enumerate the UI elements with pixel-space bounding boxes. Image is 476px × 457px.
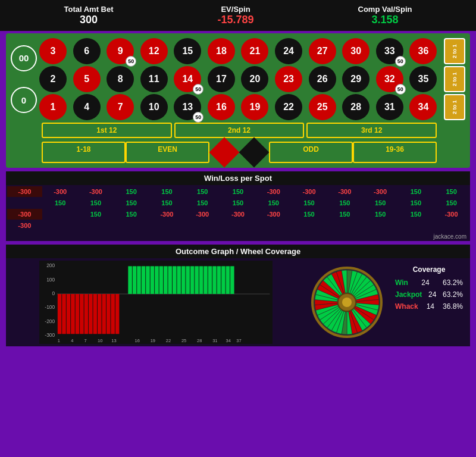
number-4[interactable]: 4 bbox=[73, 94, 101, 120]
number-23[interactable]: 23 bbox=[275, 66, 302, 92]
number-11[interactable]: 11 bbox=[140, 66, 168, 92]
payouts-column: 2 to 1 2 to 1 2 to 1 bbox=[444, 38, 465, 120]
svg-point-62 bbox=[342, 298, 352, 307]
number-13[interactable]: 1350 bbox=[174, 94, 201, 120]
svg-rect-27 bbox=[151, 266, 155, 294]
number-21[interactable]: 21 bbox=[241, 38, 268, 64]
odd-bet[interactable]: ODD bbox=[269, 142, 353, 163]
red-diamond[interactable] bbox=[209, 137, 240, 168]
roulette-table: 00 0 36950121518212427303350362581114501… bbox=[6, 33, 470, 168]
number-35[interactable]: 35 bbox=[409, 66, 437, 92]
chip-14: 50 bbox=[193, 84, 203, 95]
wl-cell-r1-c2: 150 bbox=[79, 198, 114, 208]
wl-cell-r2-c2: 150 bbox=[79, 209, 114, 220]
jackpot-pct: 63.2% bbox=[443, 290, 463, 299]
wl-cell-r1-c5: 150 bbox=[185, 198, 220, 208]
number-6[interactable]: 6 bbox=[73, 38, 101, 64]
payout-bot: 2 to 1 bbox=[444, 94, 465, 120]
low-bet[interactable]: 1-18 bbox=[42, 142, 126, 163]
svg-text:1: 1 bbox=[58, 338, 60, 343]
svg-rect-37 bbox=[195, 266, 199, 294]
number-17[interactable]: 17 bbox=[208, 66, 235, 92]
wl-cell-r0-c0: -300 bbox=[7, 186, 42, 197]
svg-rect-17 bbox=[98, 294, 102, 334]
whack-label: Whack bbox=[395, 302, 418, 311]
number-36[interactable]: 36 bbox=[409, 38, 437, 64]
number-7[interactable]: 7 bbox=[107, 94, 134, 120]
svg-rect-30 bbox=[164, 266, 168, 294]
number-27[interactable]: 27 bbox=[309, 38, 336, 64]
number-3[interactable]: 3 bbox=[39, 38, 67, 64]
wl-cell-r1-c4: 150 bbox=[149, 198, 184, 208]
number-25[interactable]: 25 bbox=[309, 94, 336, 120]
number-32[interactable]: 3250 bbox=[376, 66, 403, 92]
svg-rect-40 bbox=[208, 266, 212, 294]
number-33[interactable]: 3350 bbox=[376, 38, 403, 64]
svg-text:7: 7 bbox=[84, 338, 87, 343]
number-18[interactable]: 18 bbox=[208, 38, 235, 64]
svg-rect-12 bbox=[76, 294, 80, 334]
svg-rect-36 bbox=[190, 266, 195, 294]
high-bet[interactable]: 19-36 bbox=[353, 142, 437, 163]
number-24[interactable]: 24 bbox=[275, 38, 302, 64]
number-30[interactable]: 30 bbox=[342, 38, 369, 64]
dozen-bets-row: 1st 12 2nd 12 3rd 12 bbox=[11, 123, 465, 138]
wl-cell-r0-c12: 150 bbox=[434, 186, 469, 197]
number-1[interactable]: 1 bbox=[39, 94, 67, 120]
number-10[interactable]: 10 bbox=[140, 94, 168, 120]
svg-rect-42 bbox=[217, 266, 221, 294]
header-bar: Total Amt Bet 300 EV/Spin -15.789 Comp V… bbox=[0, 0, 476, 31]
first-dozen[interactable]: 1st 12 bbox=[42, 123, 172, 138]
win-loss-title: Win/Loss per Spot bbox=[6, 171, 470, 185]
number-29[interactable]: 29 bbox=[342, 66, 369, 92]
svg-rect-44 bbox=[226, 266, 230, 294]
number-9[interactable]: 950 bbox=[107, 38, 134, 64]
svg-rect-13 bbox=[80, 294, 84, 334]
wl-cell-r2-c8: 150 bbox=[292, 209, 327, 220]
third-dozen[interactable]: 3rd 12 bbox=[306, 123, 437, 138]
double-zero[interactable]: 00 bbox=[11, 45, 37, 71]
zero-column: 00 0 bbox=[11, 38, 37, 120]
number-14[interactable]: 1450 bbox=[174, 66, 201, 92]
number-5[interactable]: 5 bbox=[73, 66, 101, 92]
outcome-title: Outcome Graph / Wheel Coverage bbox=[6, 245, 470, 258]
svg-text:28: 28 bbox=[197, 338, 202, 343]
wl-cell-r0-c4: 150 bbox=[149, 186, 184, 197]
even-bet[interactable]: EVEN bbox=[126, 142, 209, 163]
wl-cell-r2-c10: 150 bbox=[363, 209, 398, 220]
svg-text:31: 31 bbox=[212, 338, 217, 343]
number-20[interactable]: 20 bbox=[241, 66, 268, 92]
svg-rect-34 bbox=[181, 266, 186, 294]
number-15[interactable]: 15 bbox=[174, 38, 201, 64]
number-22[interactable]: 22 bbox=[275, 94, 302, 120]
svg-rect-16 bbox=[93, 294, 98, 334]
win-row: Win 24 63.2% bbox=[395, 278, 463, 287]
number-19[interactable]: 19 bbox=[241, 94, 268, 120]
svg-text:0: 0 bbox=[52, 290, 55, 296]
graph-area: 200 100 0 -100 -200 -300 bbox=[8, 261, 303, 344]
number-12[interactable]: 12 bbox=[140, 38, 168, 64]
payout-mid: 2 to 1 bbox=[444, 66, 465, 92]
number-31[interactable]: 31 bbox=[376, 94, 403, 120]
outcome-section: Outcome Graph / Wheel Coverage 200 100 0… bbox=[6, 245, 470, 346]
number-26[interactable]: 26 bbox=[309, 66, 336, 92]
payout-top: 2 to 1 bbox=[444, 38, 465, 64]
number-34[interactable]: 34 bbox=[409, 94, 437, 120]
wl-cell-r2-c13: -300 bbox=[7, 220, 42, 231]
number-8[interactable]: 8 bbox=[107, 66, 134, 92]
zero[interactable]: 0 bbox=[11, 87, 37, 113]
wl-cell-r0-c3: 150 bbox=[114, 186, 149, 197]
number-16[interactable]: 16 bbox=[208, 94, 235, 120]
number-28[interactable]: 28 bbox=[342, 94, 369, 120]
win-pct: 63.2% bbox=[443, 278, 463, 287]
black-diamond[interactable] bbox=[239, 137, 270, 168]
svg-rect-28 bbox=[155, 266, 159, 294]
wl-cell-r2-c11: 150 bbox=[398, 209, 433, 220]
second-dozen[interactable]: 2nd 12 bbox=[174, 123, 305, 138]
svg-text:-200: -200 bbox=[45, 318, 55, 324]
win-count: 24 bbox=[421, 278, 429, 287]
number-2[interactable]: 2 bbox=[39, 66, 67, 92]
wl-cell-r2-c1 bbox=[43, 209, 78, 220]
svg-rect-10 bbox=[67, 294, 71, 334]
wl-cell-r2-c4: -300 bbox=[149, 209, 184, 220]
